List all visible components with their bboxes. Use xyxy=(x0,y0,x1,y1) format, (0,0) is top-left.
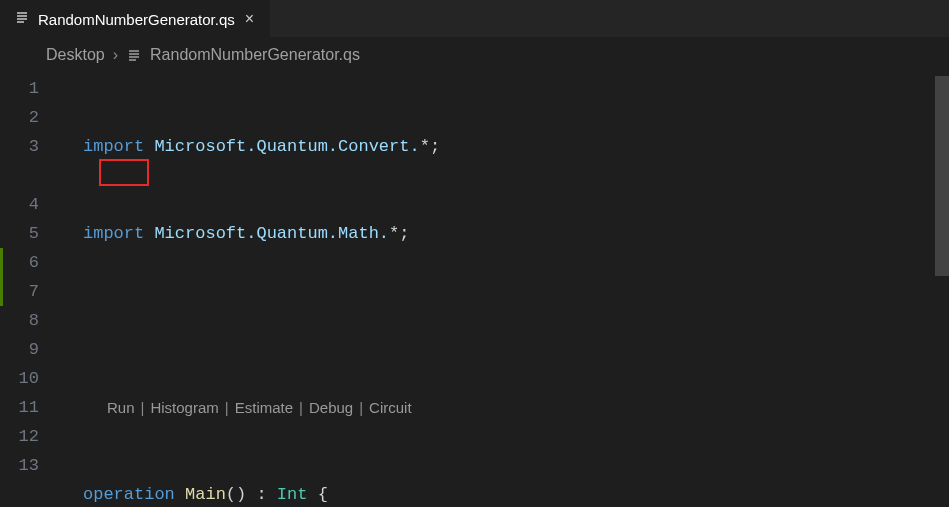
line-number: 8 xyxy=(29,306,39,335)
line-number: 7 xyxy=(29,277,39,306)
line-number: 9 xyxy=(29,335,39,364)
line-number: 6 xyxy=(29,248,39,277)
breadcrumb-file[interactable]: RandomNumberGenerator.qs xyxy=(150,46,360,64)
close-icon[interactable]: × xyxy=(243,10,256,28)
code-editor[interactable]: 1 2 3 4 5 6 7 8 9 10 11 12 13 import Mic… xyxy=(0,74,949,505)
code-content[interactable]: import Microsoft.Quantum.Convert.*; impo… xyxy=(59,74,949,505)
editor-tab[interactable]: RandomNumberGenerator.qs × xyxy=(0,0,270,37)
codelens: Run| Histogram| Estimate| Debug| Circuit xyxy=(83,393,949,422)
keyword: import xyxy=(83,219,144,248)
breadcrumb: Desktop › RandomNumberGenerator.qs xyxy=(0,38,949,74)
line-number: 1 xyxy=(29,74,39,103)
line-number: 5 xyxy=(29,219,39,248)
line-number: 12 xyxy=(19,422,39,451)
line-number: 10 xyxy=(19,364,39,393)
line-number-gutter: 1 2 3 4 5 6 7 8 9 10 11 12 13 xyxy=(3,74,59,505)
codelens-estimate[interactable]: Estimate xyxy=(235,393,293,422)
codelens-histogram[interactable]: Histogram xyxy=(150,393,218,422)
line-number: 3 xyxy=(29,132,39,161)
codelens-circuit[interactable]: Circuit xyxy=(369,393,412,422)
codelens-run[interactable]: Run xyxy=(107,393,135,422)
file-icon xyxy=(14,10,30,29)
namespace: Microsoft.Quantum.Convert. xyxy=(154,132,419,161)
type: Int xyxy=(277,480,308,507)
line-number: 13 xyxy=(19,451,39,480)
file-icon xyxy=(126,46,142,64)
line-number: 11 xyxy=(19,393,39,422)
tab-filename: RandomNumberGenerator.qs xyxy=(38,11,235,28)
line-number: 2 xyxy=(29,103,39,132)
keyword: import xyxy=(83,132,144,161)
keyword: operation xyxy=(83,480,175,507)
function-name: Main xyxy=(185,480,226,507)
codelens-debug[interactable]: Debug xyxy=(309,393,353,422)
scrollbar-track[interactable] xyxy=(935,76,949,507)
breadcrumb-parent[interactable]: Desktop xyxy=(46,46,105,64)
chevron-right-icon: › xyxy=(113,46,118,64)
line-number: 4 xyxy=(29,190,39,219)
tab-bar: RandomNumberGenerator.qs × xyxy=(0,0,949,38)
namespace: Microsoft.Quantum.Math. xyxy=(154,219,389,248)
scrollbar-thumb[interactable] xyxy=(935,76,949,276)
